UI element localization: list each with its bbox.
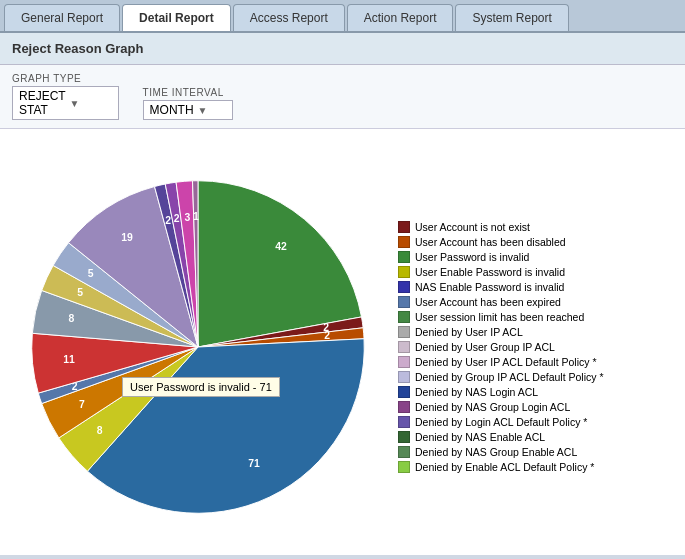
legend-label: User Account has been expired [415,296,561,308]
tab-detail-report[interactable]: Detail Report [122,4,231,31]
graph-type-label: GRAPH TYPE [12,73,119,84]
time-interval-arrow: ▼ [198,105,226,116]
svg-text:5: 5 [88,268,94,279]
svg-text:11: 11 [63,354,75,365]
tab-system-report[interactable]: System Report [455,4,568,31]
legend-color [398,356,410,368]
legend-label: Denied by Group IP ACL Default Policy * [415,371,604,383]
graph-type-select[interactable]: REJECT STAT ▼ [12,86,119,120]
legend-label: User Enable Password is invalid [415,266,565,278]
legend-item: Denied by NAS Group Enable ACL [398,446,677,458]
legend-color [398,401,410,413]
legend-item: User Account has been disabled [398,236,677,248]
tab-general-report[interactable]: General Report [4,4,120,31]
legend-label: User Password is invalid [415,251,529,263]
tab-action-report[interactable]: Action Report [347,4,454,31]
legend-color [398,371,410,383]
legend-label: Denied by NAS Login ACL [415,386,538,398]
legend-label: Denied by User IP ACL [415,326,523,338]
svg-text:1: 1 [193,211,199,222]
legend-label: User session limit has been reached [415,311,584,323]
tabs-bar: General Report Detail Report Access Repo… [0,0,685,33]
legend-label: Denied by User Group IP ACL [415,341,555,353]
legend-color [398,431,410,443]
pie-chart: 42227187211855192231 [8,157,388,537]
legend-item: Denied by Enable ACL Default Policy * [398,461,677,473]
time-interval-select[interactable]: MONTH ▼ [143,100,233,120]
legend-color [398,326,410,338]
legend-item: Denied by NAS Group Login ACL [398,401,677,413]
legend-color [398,311,410,323]
legend-item: User Enable Password is invalid [398,266,677,278]
svg-text:7: 7 [79,399,85,410]
legend-item: User Account is not exist [398,221,677,233]
section-header: Reject Reason Graph [0,33,685,65]
legend-label: Denied by NAS Group Login ACL [415,401,570,413]
legend-color [398,446,410,458]
svg-text:8: 8 [97,425,103,436]
legend-item: User session limit has been reached [398,311,677,323]
legend-color [398,236,410,248]
svg-text:42: 42 [275,241,287,252]
legend-item: Denied by User IP ACL [398,326,677,338]
legend-item: Denied by NAS Enable ACL [398,431,677,443]
svg-text:71: 71 [248,458,260,469]
legend-item: Denied by User Group IP ACL [398,341,677,353]
legend-item: Denied by Login ACL Default Policy * [398,416,677,428]
time-interval-label: TIME INTERVAL [143,87,233,98]
legend-color [398,221,410,233]
legend-item: Denied by User IP ACL Default Policy * [398,356,677,368]
legend-label: User Account is not exist [415,221,530,233]
svg-text:5: 5 [77,287,83,298]
legend-color [398,386,410,398]
legend-item: User Password is invalid [398,251,677,263]
legend-color [398,281,410,293]
legend: User Account is not existUser Account ha… [388,221,677,473]
legend-color [398,266,410,278]
legend-color [398,461,410,473]
svg-text:19: 19 [121,232,133,243]
legend-color [398,341,410,353]
graph-type-arrow: ▼ [69,98,111,109]
svg-text:2: 2 [165,215,171,226]
legend-label: Denied by Login ACL Default Policy * [415,416,587,428]
legend-item: Denied by NAS Login ACL [398,386,677,398]
legend-label: Denied by NAS Enable ACL [415,431,545,443]
legend-label: Denied by NAS Group Enable ACL [415,446,577,458]
tab-access-report[interactable]: Access Report [233,4,345,31]
graph-type-control: GRAPH TYPE REJECT STAT ▼ [12,73,119,120]
controls-bar: GRAPH TYPE REJECT STAT ▼ TIME INTERVAL M… [0,65,685,129]
svg-text:2: 2 [324,330,330,341]
svg-text:8: 8 [68,313,74,324]
content-area: Reject Reason Graph GRAPH TYPE REJECT ST… [0,33,685,555]
graph-type-value: REJECT STAT [19,89,65,117]
legend-item: NAS Enable Password is invalid [398,281,677,293]
svg-text:2: 2 [174,213,180,224]
legend-item: Denied by Group IP ACL Default Policy * [398,371,677,383]
svg-text:3: 3 [184,212,190,223]
legend-label: NAS Enable Password is invalid [415,281,564,293]
legend-color [398,251,410,263]
time-interval-control: TIME INTERVAL MONTH ▼ [143,87,233,120]
chart-area: 42227187211855192231 User Password is in… [0,129,685,555]
legend-label: Denied by User IP ACL Default Policy * [415,356,597,368]
legend-item: User Account has been expired [398,296,677,308]
legend-color [398,296,410,308]
legend-label: User Account has been disabled [415,236,566,248]
pie-container: 42227187211855192231 User Password is in… [8,157,388,537]
legend-color [398,416,410,428]
legend-label: Denied by Enable ACL Default Policy * [415,461,594,473]
time-interval-value: MONTH [150,103,194,117]
